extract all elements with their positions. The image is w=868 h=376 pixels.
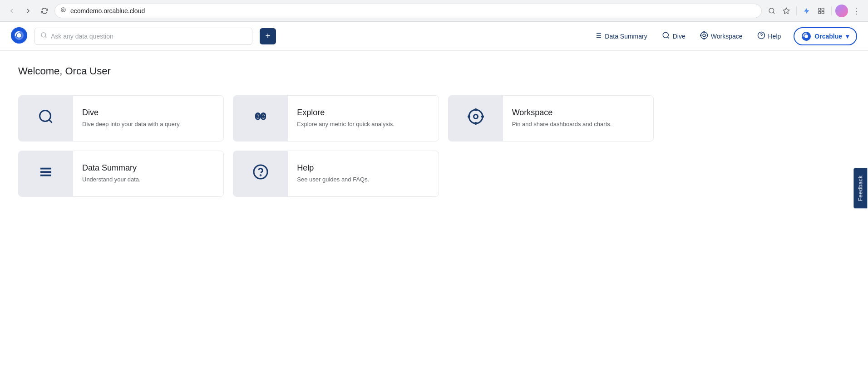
divider2 (831, 6, 832, 15)
svg-point-38 (468, 115, 470, 118)
nav-dive-label: Dive (673, 33, 686, 40)
card-workspace-icon-area (449, 96, 503, 141)
search-placeholder: Ask any data question (51, 33, 247, 40)
svg-point-22 (700, 35, 701, 36)
svg-point-36 (474, 108, 477, 111)
card-dive-desc: Dive deep into your data with a query. (82, 120, 214, 128)
svg-point-18 (700, 32, 707, 39)
nav-links: Data Summary Dive Workspace Help (588, 28, 786, 44)
search-bar[interactable]: Ask any data question (35, 28, 252, 45)
card-explore-text: Explore Explore any metric for quick ana… (288, 101, 438, 136)
card-help-text: Help See user guides and FAQs. (288, 156, 438, 191)
svg-point-39 (481, 115, 484, 118)
feedback-button[interactable]: Feedback (854, 168, 868, 208)
plus-button[interactable]: + (260, 28, 276, 44)
card-explore[interactable]: Explore Explore any metric for quick ana… (233, 95, 439, 142)
svg-point-19 (703, 34, 705, 37)
card-dive-text: Dive Dive deep into your data with a que… (73, 101, 223, 136)
logo[interactable] (11, 27, 27, 45)
dive-search-icon (662, 31, 670, 41)
brand-button[interactable]: Orcablue ▾ (794, 27, 857, 45)
card-data-summary-text: Data Summary Understand your data. (73, 156, 223, 191)
brand-label: Orcablue (814, 33, 842, 40)
card-explore-icon-area (233, 96, 288, 141)
svg-point-27 (804, 34, 808, 38)
avatar-button[interactable] (835, 5, 848, 17)
card-workspace-text: Workspace Pin and share dashboards and c… (503, 101, 653, 136)
svg-point-23 (707, 35, 708, 36)
main-content: Welcome, Orca User Dive Dive deep into y… (0, 51, 868, 376)
nav-data-summary[interactable]: Data Summary (588, 28, 652, 44)
menu-button[interactable]: ⋮ (850, 5, 863, 17)
cards-grid: Dive Dive deep into your data with a que… (18, 95, 654, 197)
card-help-desc: See user guides and FAQs. (297, 176, 429, 184)
nav-help[interactable]: Help (752, 28, 787, 44)
reload-button[interactable] (38, 5, 51, 17)
app-header: Ask any data question + Data Summary Div… (0, 22, 868, 51)
card-workspace[interactable]: Workspace Pin and share dashboards and c… (448, 95, 654, 142)
workspace-card-icon (468, 108, 484, 128)
svg-point-0 (61, 8, 65, 12)
forward-button[interactable] (22, 5, 35, 17)
extensions-button[interactable] (815, 5, 828, 17)
svg-point-34 (469, 110, 483, 123)
help-nav-icon (757, 31, 765, 41)
nav-workspace-label: Workspace (711, 33, 743, 40)
nav-workspace[interactable]: Workspace (695, 28, 748, 44)
nav-dive[interactable]: Dive (656, 28, 691, 44)
card-workspace-desc: Pin and share dashboards and charts. (512, 120, 644, 128)
card-help-icon-area (233, 151, 288, 196)
card-help[interactable]: Help See user guides and FAQs. (233, 151, 439, 197)
extension-button[interactable] (800, 5, 813, 17)
svg-marker-3 (783, 8, 789, 14)
svg-point-2 (769, 8, 774, 13)
svg-point-20 (704, 31, 705, 32)
url-text: ecomdemo.orcablue.cloud (70, 7, 756, 15)
card-help-title: Help (297, 163, 429, 173)
data-summary-card-icon (38, 164, 54, 184)
svg-point-21 (704, 38, 705, 39)
welcome-title: Welcome, Orca User (18, 65, 850, 77)
card-data-summary-icon-area (19, 151, 73, 196)
svg-point-37 (474, 122, 477, 125)
svg-point-9 (17, 33, 21, 38)
dive-card-icon (38, 108, 54, 128)
svg-point-1 (63, 9, 64, 11)
search-button[interactable] (765, 5, 778, 17)
svg-point-10 (41, 33, 46, 37)
divider (796, 6, 797, 15)
address-icon (60, 7, 67, 15)
brand-chevron: ▾ (846, 33, 849, 40)
workspace-nav-icon (700, 31, 708, 41)
list-icon (594, 31, 602, 41)
nav-data-summary-label: Data Summary (605, 33, 647, 40)
nav-help-label: Help (768, 33, 781, 40)
browser-chrome: ecomdemo.orcablue.cloud ⋮ (0, 0, 868, 22)
bookmark-button[interactable] (780, 5, 793, 17)
explore-card-icon (252, 108, 269, 128)
card-explore-desc: Explore any metric for quick analysis. (297, 120, 429, 128)
back-button[interactable] (5, 5, 18, 17)
card-data-summary[interactable]: Data Summary Understand your data. (18, 151, 224, 197)
card-dive-title: Dive (82, 108, 214, 117)
svg-rect-4 (819, 8, 821, 10)
svg-point-17 (663, 32, 668, 38)
chrome-actions: ⋮ (765, 5, 863, 17)
search-icon (40, 32, 47, 40)
svg-rect-6 (819, 11, 821, 14)
svg-rect-7 (822, 11, 824, 14)
address-bar[interactable]: ecomdemo.orcablue.cloud (54, 4, 762, 18)
svg-point-28 (40, 111, 51, 122)
card-dive[interactable]: Dive Dive deep into your data with a que… (18, 95, 224, 142)
card-explore-title: Explore (297, 108, 429, 117)
svg-point-44 (261, 175, 261, 176)
card-workspace-title: Workspace (512, 108, 644, 117)
card-data-summary-desc: Understand your data. (82, 176, 214, 184)
card-dive-icon-area (19, 96, 73, 141)
help-card-icon (252, 164, 269, 184)
card-data-summary-title: Data Summary (82, 163, 214, 173)
svg-rect-5 (822, 8, 824, 10)
svg-point-35 (473, 115, 478, 119)
